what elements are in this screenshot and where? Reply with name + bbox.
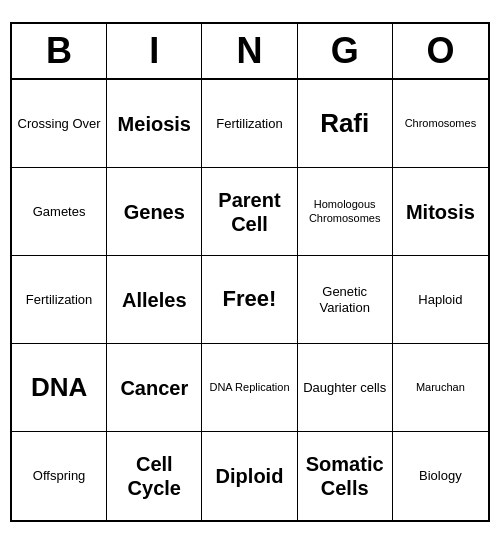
bingo-cell: Somatic Cells — [298, 432, 393, 520]
bingo-cell: Cell Cycle — [107, 432, 202, 520]
bingo-cell: Free! — [202, 256, 297, 344]
bingo-cell: Rafi — [298, 80, 393, 168]
header-letter: O — [393, 24, 488, 78]
bingo-cell: Meiosis — [107, 80, 202, 168]
header-letter: I — [107, 24, 202, 78]
bingo-cell: Parent Cell — [202, 168, 297, 256]
bingo-cell: Maruchan — [393, 344, 488, 432]
bingo-cell: Alleles — [107, 256, 202, 344]
bingo-cell: Diploid — [202, 432, 297, 520]
bingo-cell: Haploid — [393, 256, 488, 344]
bingo-grid: Crossing OverMeiosisFertilizationRafiChr… — [12, 80, 488, 520]
bingo-cell: DNA — [12, 344, 107, 432]
bingo-cell: Crossing Over — [12, 80, 107, 168]
bingo-cell: Offspring — [12, 432, 107, 520]
header-letter: G — [298, 24, 393, 78]
bingo-card: BINGO Crossing OverMeiosisFertilizationR… — [10, 22, 490, 522]
bingo-cell: Cancer — [107, 344, 202, 432]
bingo-cell: DNA Replication — [202, 344, 297, 432]
bingo-header: BINGO — [12, 24, 488, 80]
bingo-cell: Gametes — [12, 168, 107, 256]
bingo-cell: Fertilization — [202, 80, 297, 168]
bingo-cell: Genes — [107, 168, 202, 256]
header-letter: B — [12, 24, 107, 78]
bingo-cell: Daughter cells — [298, 344, 393, 432]
header-letter: N — [202, 24, 297, 78]
bingo-cell: Genetic Variation — [298, 256, 393, 344]
bingo-cell: Fertilization — [12, 256, 107, 344]
bingo-cell: Chromosomes — [393, 80, 488, 168]
bingo-cell: Mitosis — [393, 168, 488, 256]
bingo-cell: Biology — [393, 432, 488, 520]
bingo-cell: Homologous Chromosomes — [298, 168, 393, 256]
